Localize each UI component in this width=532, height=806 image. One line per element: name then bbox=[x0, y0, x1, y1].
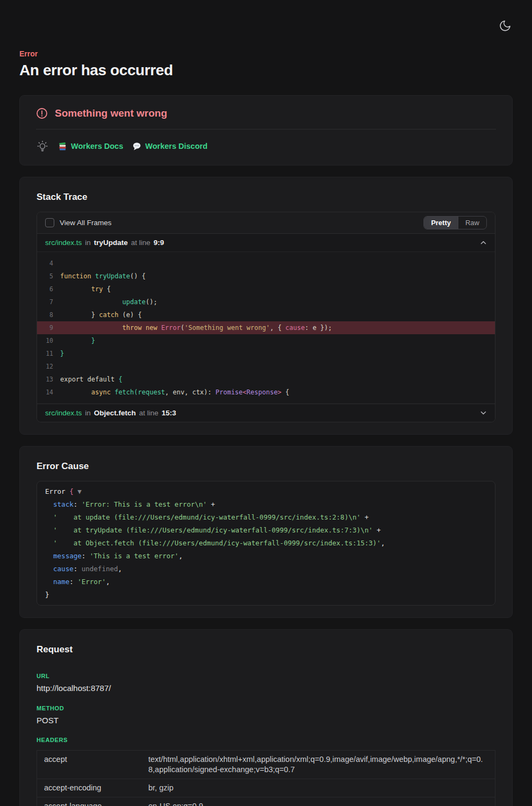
error-eyebrow: Error bbox=[19, 49, 513, 58]
headers-label: HEADERS bbox=[37, 737, 495, 743]
frame-at-word: at line bbox=[139, 409, 159, 417]
line-number: 14 bbox=[37, 386, 53, 399]
header-name: accept bbox=[44, 754, 142, 775]
code-block: 45function tryUpdate() {6 try {7 update(… bbox=[37, 252, 495, 404]
page-title: An error has occurred bbox=[19, 62, 513, 79]
line-number: 11 bbox=[37, 347, 53, 360]
divider bbox=[36, 129, 496, 129]
stack-trace-card: View All Frames PrettyRaw src/index.ts i… bbox=[37, 212, 495, 422]
frame-function: Object.fetch bbox=[94, 409, 136, 417]
stack-trace-toolbar: View All Frames PrettyRaw bbox=[37, 212, 495, 234]
frame-function: tryUpdate bbox=[94, 239, 128, 247]
cause-line: Error { ▼ bbox=[45, 485, 487, 498]
view-all-frames-toggle[interactable]: View All Frames bbox=[45, 218, 112, 227]
line-number: 10 bbox=[37, 334, 53, 347]
line-number: 9 bbox=[37, 321, 53, 334]
frame-in-word: in bbox=[85, 239, 91, 247]
code-line: 5function tryUpdate() { bbox=[37, 270, 495, 283]
method-value: POST bbox=[37, 716, 495, 725]
header-value: text/html,application/xhtml+xml,applicat… bbox=[148, 754, 488, 775]
books-icon bbox=[58, 142, 67, 151]
error-cause-code: Error { ▼ stack: 'Error: This is a test … bbox=[37, 481, 495, 606]
line-number: 12 bbox=[37, 360, 53, 373]
error-page: Error An error has occurred Something we… bbox=[0, 0, 532, 806]
format-toggle: PrettyRaw bbox=[423, 216, 487, 229]
header-row: accept-encodingbr, gzip bbox=[37, 779, 495, 797]
chevron-up-icon bbox=[480, 239, 487, 246]
line-number: 5 bbox=[37, 270, 53, 283]
moon-icon bbox=[499, 19, 512, 32]
header-name: accept-language bbox=[44, 801, 142, 806]
cause-line: message: 'This is a test error', bbox=[45, 550, 487, 563]
url-label: URL bbox=[37, 673, 495, 679]
alert-title: Something went wrong bbox=[55, 107, 167, 119]
request-title: Request bbox=[37, 644, 495, 655]
stack-trace-panel: Stack Trace View All Frames PrettyRaw sr… bbox=[19, 177, 513, 435]
code-lines: 45function tryUpdate() {6 try {7 update(… bbox=[37, 257, 495, 399]
request-panel: Request URL http://localhost:8787/ METHO… bbox=[19, 629, 513, 806]
line-number: 7 bbox=[37, 296, 53, 308]
header-row: accept-languageen-US,en;q=0.9 bbox=[37, 797, 495, 806]
header-name: accept-encoding bbox=[44, 783, 142, 793]
cause-line: stack: 'Error: This is a test error\n' + bbox=[45, 498, 487, 511]
format-option-raw[interactable]: Raw bbox=[458, 217, 486, 229]
header-row: accepttext/html,application/xhtml+xml,ap… bbox=[37, 751, 495, 779]
code-line: 7 update(); bbox=[37, 296, 495, 308]
speech-balloon-icon bbox=[132, 142, 141, 151]
code-line: 12 bbox=[37, 360, 495, 373]
theme-toggle-button[interactable] bbox=[499, 19, 512, 32]
code-line: 8 } catch (e) { bbox=[37, 308, 495, 321]
code-line: 6 try { bbox=[37, 283, 495, 296]
frame-file: src/index.ts bbox=[45, 239, 82, 247]
line-number: 13 bbox=[37, 373, 53, 386]
code-line: 14 async fetch(request, env, ctx): Promi… bbox=[37, 386, 495, 399]
cause-line: } bbox=[45, 588, 487, 601]
chevron-down-icon bbox=[480, 409, 487, 416]
view-all-frames-checkbox[interactable] bbox=[45, 218, 54, 227]
alert-circle-icon bbox=[36, 107, 48, 119]
header-value: br, gzip bbox=[148, 783, 488, 793]
code-line: 13export default { bbox=[37, 373, 495, 386]
alert-panel: Something went wrong bbox=[19, 95, 513, 165]
line-number: 8 bbox=[37, 308, 53, 321]
header-value: en-US,en;q=0.9 bbox=[148, 801, 488, 806]
frame-in-word: in bbox=[85, 409, 91, 417]
method-label: METHOD bbox=[37, 705, 495, 711]
frame-header-tryupdate[interactable]: src/index.ts in tryUpdate at line 9:9 bbox=[37, 234, 495, 252]
frame-line: 15:3 bbox=[162, 409, 176, 417]
lightbulb-icon bbox=[36, 139, 49, 153]
link-workers-docs[interactable]: Workers Docs bbox=[58, 142, 123, 151]
frame-file: src/index.ts bbox=[45, 409, 82, 417]
frame-line: 9:9 bbox=[154, 239, 164, 247]
view-all-frames-label: View All Frames bbox=[60, 219, 112, 227]
line-number: 6 bbox=[37, 283, 53, 296]
link-label: Workers Discord bbox=[145, 142, 207, 150]
format-option-pretty[interactable]: Pretty bbox=[424, 217, 458, 229]
cause-line: ' at Object.fetch (file:///Users/edmund/… bbox=[45, 537, 487, 550]
code-line: 9 throw new Error('Something went wrong'… bbox=[37, 321, 495, 334]
url-value: http://localhost:8787/ bbox=[37, 683, 495, 693]
error-cause-title: Error Cause bbox=[37, 461, 495, 472]
frame-header-object-fetch[interactable]: src/index.ts in Object.fetch at line 15:… bbox=[37, 404, 495, 422]
link-workers-discord[interactable]: Workers Discord bbox=[132, 142, 207, 151]
cause-line: name: 'Error', bbox=[45, 575, 487, 588]
error-cause-panel: Error Cause Error { ▼ stack: 'Error: Thi… bbox=[19, 446, 513, 618]
stack-trace-title: Stack Trace bbox=[37, 192, 495, 203]
link-label: Workers Docs bbox=[71, 142, 123, 150]
line-number: 4 bbox=[37, 257, 53, 270]
code-line: 4 bbox=[37, 257, 495, 270]
cause-line: ' at tryUpdate (file:///Users/edmund/icy… bbox=[45, 524, 487, 537]
cause-line: ' at update (file:///Users/edmund/icy-wa… bbox=[45, 511, 487, 524]
frame-at-word: at line bbox=[131, 239, 150, 247]
code-line: 10 } bbox=[37, 334, 495, 347]
page-header: Error An error has occurred bbox=[19, 49, 513, 79]
headers-table: accepttext/html,application/xhtml+xml,ap… bbox=[37, 750, 495, 806]
cause-line: cause: undefined, bbox=[45, 563, 487, 575]
code-line: 11} bbox=[37, 347, 495, 360]
